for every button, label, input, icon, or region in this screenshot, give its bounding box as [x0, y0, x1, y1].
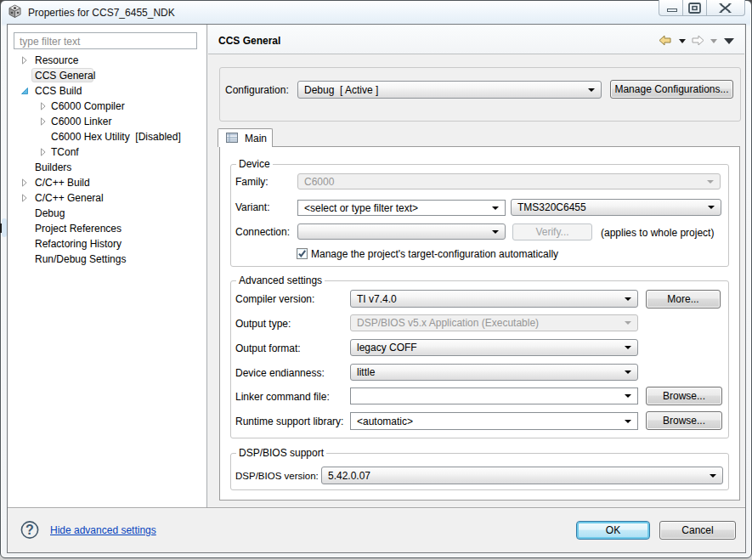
svg-text:?: ?	[25, 523, 34, 537]
